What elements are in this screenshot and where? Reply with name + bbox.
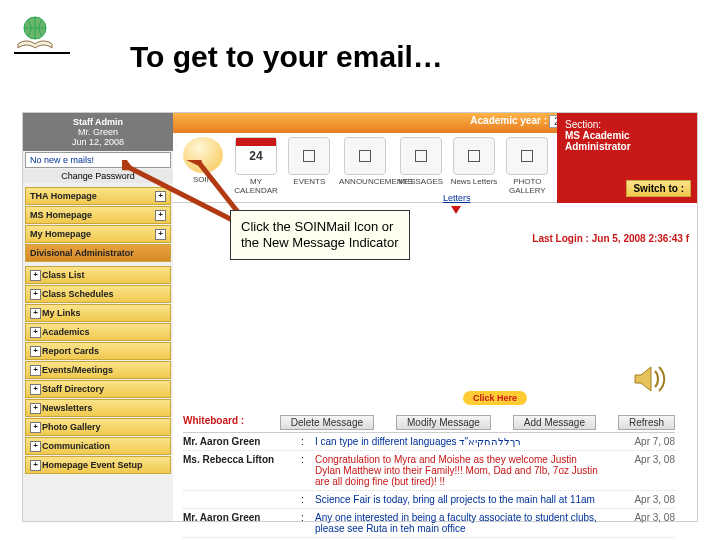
events-icon[interactable] [288,137,330,175]
toolbar-label: MESSAGES [397,177,444,186]
message-list: Mr. Aaron Green:I can type in different … [183,433,675,538]
divider [14,52,70,54]
sidebar-item[interactable]: Photo Gallery+ [25,418,171,436]
callout-line: Click the SOINMail Icon or [241,219,399,235]
message-text: Science Fair is today, bring all project… [315,494,605,505]
whiteboard: Whiteboard : Delete Message Modify Messa… [183,413,675,538]
messages-icon[interactable] [400,137,442,175]
toolbar-label: EVENTS [286,177,333,186]
expand-icon[interactable]: + [30,384,41,395]
slide-title: To get to your email… [130,40,443,74]
colon: : [301,436,307,447]
speaker-icon[interactable] [631,361,667,397]
news-letters-icon[interactable] [453,137,495,175]
toolbar-item[interactable]: MESSAGES [397,137,444,198]
message-text: I can type in different languages רךללהח… [315,436,605,447]
section-name: MS Academic Administrator [565,130,689,152]
toolbar-item[interactable]: PHOTO GALLERY [504,137,551,198]
sidebar-item[interactable]: Academics+ [25,323,171,341]
message-author [183,494,293,505]
message-date: Apr 3, 08 [613,512,675,534]
click-here-button[interactable]: Click Here [463,391,527,405]
toolbar-label: PHOTO GALLERY [504,177,551,195]
sidebar-item[interactable]: Class List+ [25,266,171,284]
instruction-callout: Click the SOINMail Icon or the New Messa… [230,210,410,260]
toolbar-label: ANNOUNCEMENTS [339,177,391,186]
whiteboard-label: Whiteboard : [183,415,244,430]
message-row[interactable]: Mr. Aaron Green:I can type in different … [183,433,675,451]
toolbar-item[interactable]: News Letters [450,137,497,198]
book-globe-logo-icon [14,14,56,50]
announcements-icon[interactable] [344,137,386,175]
callout-line: the New Message Indicator [241,235,399,251]
message-date: Apr 3, 08 [613,454,675,487]
sidebar-item[interactable]: Homepage Event Setup+ [25,456,171,474]
academic-year-label: Academic year : [470,115,547,126]
sidebar-item[interactable]: Staff Directory+ [25,380,171,398]
user-role: Staff Admin [73,117,123,127]
colon: : [301,494,307,505]
expand-icon[interactable]: + [30,460,41,471]
expand-icon[interactable]: + [30,403,41,414]
expand-icon[interactable]: + [30,365,41,376]
message-author: Mr. Aaron Green [183,512,293,534]
sidebar-item[interactable]: Communication+ [25,437,171,455]
modify-message-button[interactable]: Modify Message [396,415,491,430]
delete-message-button[interactable]: Delete Message [280,415,374,430]
message-text: Congratulation to Myra and Moishe as the… [315,454,605,487]
message-row[interactable]: :Science Fair is today, bring all projec… [183,491,675,509]
sidebar-item[interactable]: Report Cards+ [25,342,171,360]
expand-icon[interactable]: + [30,327,41,338]
message-author: Mr. Aaron Green [183,436,293,447]
nav-section-header: Divisional Administrator [25,244,171,262]
sidebar-item[interactable]: Newsletters+ [25,399,171,417]
slide: To get to your email… Staff Admin Mr. Gr… [0,0,720,540]
expand-icon[interactable]: + [30,422,41,433]
expand-icon[interactable]: + [30,270,41,281]
colon: : [301,454,307,487]
message-row[interactable]: Ms. Rebecca Lifton:Congratulation to Myr… [183,451,675,491]
last-login: Last Login : Jun 5, 2008 2:36:43 f [532,233,689,244]
chevron-down-icon[interactable] [451,205,461,213]
sidebar-item[interactable]: Events/Meetings+ [25,361,171,379]
expand-icon[interactable]: + [30,441,41,452]
colon: : [301,512,307,534]
section-panel: Section: MS Academic Administrator Switc… [557,113,697,203]
toolbar-item[interactable]: EVENTS [286,137,333,198]
user-header: Staff Admin Mr. Green Jun 12, 2008 [23,113,173,151]
message-date: Apr 3, 08 [613,494,675,505]
letters-link[interactable]: Letters [443,193,471,203]
user-name: Mr. Green [23,127,173,137]
section-label: Section: [565,119,689,130]
expand-icon[interactable]: + [30,289,41,300]
photo-gallery-icon[interactable] [506,137,548,175]
expand-icon[interactable]: + [30,346,41,357]
sidebar-item[interactable]: My Links+ [25,304,171,322]
message-text: Any one interested in being a faculty as… [315,512,605,534]
expand-icon[interactable]: + [30,308,41,319]
toolbar-item[interactable]: ANNOUNCEMENTS [339,137,391,198]
sidebar-item[interactable]: Class Schedules+ [25,285,171,303]
message-author: Ms. Rebecca Lifton [183,454,293,487]
nav-secondary: Class List+Class Schedules+My Links+Acad… [23,266,173,474]
refresh-button[interactable]: Refresh [618,415,675,430]
message-date: Apr 7, 08 [613,436,675,447]
add-message-button[interactable]: Add Message [513,415,596,430]
current-date: Jun 12, 2008 [23,137,173,147]
message-row[interactable]: Mr. Aaron Green:Any one interested in be… [183,509,675,538]
switch-to-button[interactable]: Switch to : [626,180,691,197]
whiteboard-toolbar: Whiteboard : Delete Message Modify Messa… [183,413,675,433]
toolbar-label: News Letters [450,177,497,186]
